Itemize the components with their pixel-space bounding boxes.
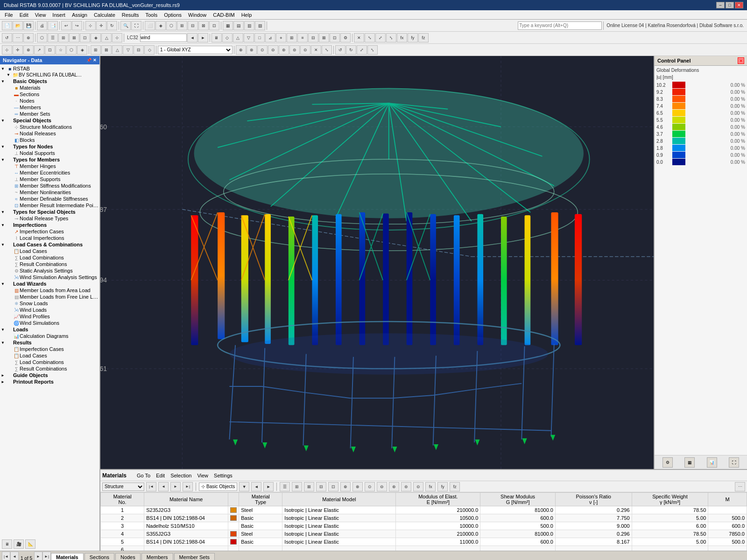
bp-selection[interactable]: Selection (168, 472, 194, 479)
tree-item-windsiman[interactable]: 🌬Wind Simulation Analysis Settings (0, 274, 99, 280)
tb2-b12[interactable]: ◇ (222, 33, 233, 42)
menu-help[interactable]: Help (239, 11, 255, 19)
expand-loads[interactable]: ▼ (1, 328, 7, 332)
print-btn[interactable]: 🖨 (37, 21, 47, 30)
tree-project[interactable]: ▼ 📁 BV SCHILLING FA DLUBAL_vonGuter_resu… (0, 72, 99, 78)
tb3-b20[interactable]: ⊝ (300, 45, 310, 55)
table-area[interactable]: MaterialNo. Material Name MaterialType M… (100, 492, 747, 551)
menu-window[interactable]: Window (185, 11, 209, 19)
tb3-b3[interactable]: ⊕ (23, 45, 34, 55)
tree-item-memhinges[interactable]: ⊤Member Hinges (0, 163, 99, 169)
icon10[interactable]: ▥ (244, 21, 254, 30)
tree-item-loadcases2[interactable]: 📋Load Cases (0, 248, 99, 254)
tb3-b24[interactable]: ↻ (346, 45, 356, 55)
icon9[interactable]: ▤ (233, 21, 244, 30)
expand-guideobj[interactable]: ► (1, 373, 7, 378)
menu-assign[interactable]: Assign (69, 11, 90, 19)
tree-item-nodrel[interactable]: ⊸Nodal Releases (0, 130, 99, 137)
tree-item-snowloads[interactable]: ❄Snow Loads (0, 300, 99, 307)
tb2-b5[interactable]: ☰ (48, 33, 58, 42)
tb2-fy[interactable]: fy (408, 33, 418, 42)
tb2-b19[interactable]: ≡ (297, 33, 308, 42)
tb3-b21[interactable]: ✕ (311, 45, 321, 55)
bl-icon2[interactable]: 🎥 (14, 539, 24, 549)
close-button[interactable]: ✕ (735, 2, 743, 8)
tree-item-resloadcases[interactable]: 📋Load Cases (0, 352, 99, 359)
filter-dropdown[interactable]: ▼ (239, 482, 249, 491)
tb2-b2[interactable]: ⋯ (13, 33, 23, 42)
tab-membersets[interactable]: Member Sets (174, 553, 215, 560)
menu-results[interactable]: Results (119, 11, 142, 19)
tb2-b10[interactable]: △ (101, 33, 112, 42)
table-icon11[interactable]: ⊜ (401, 482, 411, 491)
tree-item-typesmembers[interactable]: ▼Types for Members (0, 156, 99, 163)
tb3-b25[interactable]: ⤢ (357, 45, 367, 55)
tree-item-memnonlin[interactable]: ~Member Nonlinearities (0, 189, 99, 196)
filter-fwd[interactable]: ► (263, 482, 274, 491)
tree-item-staticsett[interactable]: ⚙Static Analysis Settings (0, 267, 99, 274)
tree-item-memarea[interactable]: ▥Member Loads from Area Load (0, 287, 99, 294)
tb2-axis2[interactable]: ⤡ (365, 33, 375, 42)
bp-goto[interactable]: Go To (134, 472, 153, 479)
tree-item-nodes[interactable]: ·Nodes (0, 98, 99, 104)
search-input[interactable] (518, 21, 602, 30)
table-icon7[interactable]: ⊗ (352, 482, 363, 491)
tb2-b16[interactable]: ⊿ (265, 33, 275, 42)
table-row[interactable]: 4S355J2G3SteelIsotropic | Linear Elastic… (101, 530, 747, 538)
tb3-b16[interactable]: ⊙ (257, 45, 268, 55)
nav-prev-first[interactable]: |◄ (146, 482, 156, 491)
icon3[interactable]: ⬡ (166, 21, 176, 30)
menu-view[interactable]: View (32, 11, 49, 19)
nav-next-last[interactable]: ►| (183, 482, 193, 491)
tree-item-guideobj[interactable]: ►Guide Objects (0, 372, 99, 378)
maximize-button[interactable]: □ (726, 2, 734, 8)
table-icon12[interactable]: ⊝ (413, 482, 423, 491)
tb2-b1[interactable]: ↺ (2, 33, 12, 42)
tree-item-windloads[interactable]: 🌬Wind Loads (0, 307, 99, 313)
expand-basic[interactable]: ▼ (1, 79, 7, 84)
save-btn[interactable]: 💾 (23, 21, 34, 30)
tree-item-loads[interactable]: ▼Loads (0, 326, 99, 333)
tree-item-typesspecial[interactable]: ▼Types for Special Objects (0, 209, 99, 215)
tb2-b21[interactable]: ⊠ (319, 33, 329, 42)
cp-table-btn[interactable]: ▦ (684, 457, 695, 468)
menu-file[interactable]: File (2, 11, 16, 19)
tb2-fx[interactable]: fx (397, 33, 407, 42)
tb2-prev[interactable]: ◄ (187, 33, 197, 42)
tb2-b9[interactable]: ◈ (91, 33, 101, 42)
bp-view[interactable]: View (194, 472, 211, 479)
table-icon15[interactable]: fz (450, 482, 460, 491)
tb2-fz[interactable]: fz (418, 33, 429, 42)
minimize-button[interactable]: – (716, 2, 725, 8)
tb3-b14[interactable]: ⊕ (236, 45, 246, 55)
tree-item-special[interactable]: ▼Special Objects (0, 117, 99, 124)
tree-item-imperf[interactable]: ▼Imperfections (0, 222, 99, 228)
tree-item-printout[interactable]: ►Printout Reports (0, 378, 99, 385)
table-icon10[interactable]: ⊛ (389, 482, 399, 491)
expand-root[interactable]: ▼ (1, 67, 7, 71)
viewport[interactable]: 38.60 37.87 36.94 35.61 (100, 56, 654, 469)
table-row[interactable]: 6 (101, 546, 747, 551)
tree-item-resloadcomb[interactable]: ∑Load Combinations (0, 359, 99, 365)
redo-btn[interactable]: ↪ (72, 21, 82, 30)
tb2-b14[interactable]: ▽ (244, 33, 254, 42)
cp-settings-btn[interactable]: ⚙ (662, 457, 673, 468)
tree-item-materials[interactable]: ■Materials (0, 84, 99, 91)
bl-icon3[interactable]: 📐 (25, 539, 35, 549)
tree-item-results[interactable]: ▼Results (0, 339, 99, 346)
expand-loadwiz[interactable]: ▼ (1, 282, 7, 286)
tree-item-loadcases[interactable]: ▼Load Cases & Combinations (0, 241, 99, 248)
table-row[interactable]: 5BS14 | DIN 1052:1988-04BasicIsotropic |… (101, 538, 747, 546)
expand-typesmembers[interactable]: ▼ (1, 158, 7, 162)
tb3-b1[interactable]: ⊹ (2, 45, 12, 55)
bp-settings[interactable]: Settings (211, 472, 235, 479)
tree-item-resimperf[interactable]: 📋Imperfection Cases (0, 346, 99, 352)
page-next-last[interactable]: ►| (42, 552, 51, 560)
menu-options[interactable]: Options (161, 11, 184, 19)
tree-item-loadcomb[interactable]: ∑Load Combinations (0, 254, 99, 261)
tb3-b6[interactable]: ☆ (56, 45, 66, 55)
tree-item-resresultcomb[interactable]: ∑Result Combinations (0, 365, 99, 372)
nav-close-icon[interactable]: ✕ (93, 58, 97, 63)
icon5[interactable]: ⊟ (188, 21, 198, 30)
expand-loadcases[interactable]: ▼ (1, 243, 7, 247)
